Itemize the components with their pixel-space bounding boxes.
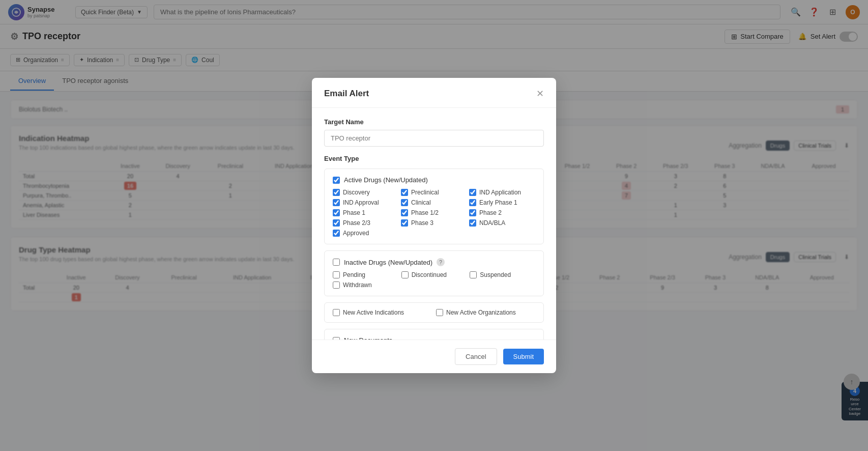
new-documents-section: New Documents Clinical Trials Patents Li… bbox=[324, 329, 544, 340]
modal-overlay: Email Alert ✕ Target Name Event Type Act… bbox=[0, 0, 868, 451]
phase2-checkbox[interactable] bbox=[469, 209, 476, 216]
checkbox-early-phase1: Early Phase 1 bbox=[469, 199, 535, 206]
phase1-label: Phase 1 bbox=[343, 209, 365, 216]
submit-button[interactable]: Submit bbox=[503, 349, 544, 364]
discontinued-checkbox[interactable] bbox=[401, 271, 409, 278]
checkbox-clinical: Clinical bbox=[401, 199, 467, 206]
checkbox-pending: Pending bbox=[333, 271, 398, 278]
suspended-checkbox[interactable] bbox=[470, 271, 477, 278]
new-active-organizations-item: New Active Organizations bbox=[436, 309, 535, 316]
nda-bla-label: NDA/BLA bbox=[479, 219, 505, 227]
ind-application-label: IND Application bbox=[479, 189, 521, 196]
approved-checkbox[interactable] bbox=[333, 230, 340, 237]
active-drugs-label: Active Drugs (New/Updated) bbox=[344, 176, 428, 184]
inactive-drugs-section: Inactive Drugs (New/Updated) ? Pending D… bbox=[324, 250, 544, 296]
withdrawn-checkbox[interactable] bbox=[333, 281, 340, 289]
active-drugs-section: Active Drugs (New/Updated) Discovery Pre… bbox=[324, 168, 544, 244]
phase3-checkbox[interactable] bbox=[401, 219, 408, 227]
info-icon[interactable]: ? bbox=[437, 258, 445, 266]
checkbox-ind-application: IND Application bbox=[469, 189, 535, 196]
modal-title: Email Alert bbox=[324, 89, 369, 99]
clinical-label: Clinical bbox=[411, 199, 431, 206]
checkbox-discovery: Discovery bbox=[333, 189, 399, 196]
checkbox-phase1-2: Phase 1/2 bbox=[401, 209, 467, 216]
checkbox-nda-bla: NDA/BLA bbox=[469, 219, 535, 227]
nda-bla-checkbox[interactable] bbox=[469, 219, 476, 227]
checkbox-preclinical: Preclinical bbox=[401, 189, 467, 196]
new-active-section: New Active Indications New Active Organi… bbox=[324, 302, 544, 323]
checkbox-discontinued: Discontinued bbox=[401, 271, 467, 278]
new-active-indications-checkbox[interactable] bbox=[333, 309, 340, 316]
ind-approval-label: IND Approval bbox=[343, 199, 379, 206]
checkbox-phase1: Phase 1 bbox=[333, 209, 399, 216]
preclinical-label: Preclinical bbox=[411, 189, 439, 196]
active-drugs-checkbox[interactable] bbox=[333, 177, 340, 184]
checkbox-ind-approval: IND Approval bbox=[333, 199, 399, 206]
new-active-organizations-label: New Active Organizations bbox=[446, 309, 516, 316]
phase3-label: Phase 3 bbox=[411, 219, 433, 227]
modal-body: Target Name Event Type Active Drugs (New… bbox=[312, 108, 556, 340]
checkbox-suspended: Suspended bbox=[470, 271, 535, 278]
event-type-label: Event Type bbox=[324, 155, 544, 162]
cancel-button[interactable]: Cancel bbox=[455, 348, 497, 365]
checkbox-phase3: Phase 3 bbox=[401, 219, 467, 227]
early-phase1-checkbox[interactable] bbox=[469, 199, 476, 206]
email-alert-modal: Email Alert ✕ Target Name Event Type Act… bbox=[312, 78, 556, 373]
phase1-2-checkbox[interactable] bbox=[401, 209, 408, 216]
new-active-organizations-checkbox[interactable] bbox=[436, 309, 443, 316]
inactive-drug-items: Pending Discontinued Suspended Withdrawn bbox=[333, 271, 535, 289]
phase1-checkbox[interactable] bbox=[333, 209, 340, 216]
discontinued-label: Discontinued bbox=[412, 271, 447, 278]
modal-header: Email Alert ✕ bbox=[312, 78, 556, 108]
phase2-3-label: Phase 2/3 bbox=[343, 219, 370, 227]
target-name-label: Target Name bbox=[324, 118, 544, 126]
approved-label: Approved bbox=[343, 230, 369, 237]
discovery-label: Discovery bbox=[343, 189, 370, 196]
early-phase1-label: Early Phase 1 bbox=[479, 199, 517, 206]
ind-approval-checkbox[interactable] bbox=[333, 199, 340, 206]
new-active-indications-label: New Active Indications bbox=[343, 309, 404, 316]
target-name-input[interactable] bbox=[324, 130, 544, 147]
checkbox-approved: Approved bbox=[333, 230, 399, 237]
active-drug-items: Discovery Preclinical IND Application IN… bbox=[333, 189, 535, 237]
discovery-checkbox[interactable] bbox=[333, 189, 340, 196]
pending-label: Pending bbox=[343, 271, 365, 278]
new-active-indications-item: New Active Indications bbox=[333, 309, 432, 316]
withdrawn-label: Withdrawn bbox=[343, 281, 372, 289]
checkbox-phase2-3: Phase 2/3 bbox=[333, 219, 399, 227]
checkbox-withdrawn: Withdrawn bbox=[333, 281, 398, 289]
phase1-2-label: Phase 1/2 bbox=[411, 209, 439, 216]
phase2-label: Phase 2 bbox=[479, 209, 502, 216]
pending-checkbox[interactable] bbox=[333, 271, 340, 278]
inactive-drugs-label: Inactive Drugs (New/Updated) bbox=[344, 259, 432, 266]
modal-footer: Cancel Submit bbox=[312, 340, 556, 373]
phase2-3-checkbox[interactable] bbox=[333, 219, 340, 227]
inactive-drugs-checkbox[interactable] bbox=[333, 259, 340, 266]
preclinical-checkbox[interactable] bbox=[401, 189, 408, 196]
modal-close-button[interactable]: ✕ bbox=[536, 88, 544, 99]
ind-application-checkbox[interactable] bbox=[469, 189, 476, 196]
clinical-checkbox[interactable] bbox=[401, 199, 408, 206]
checkbox-phase2: Phase 2 bbox=[469, 209, 535, 216]
suspended-label: Suspended bbox=[480, 271, 511, 278]
